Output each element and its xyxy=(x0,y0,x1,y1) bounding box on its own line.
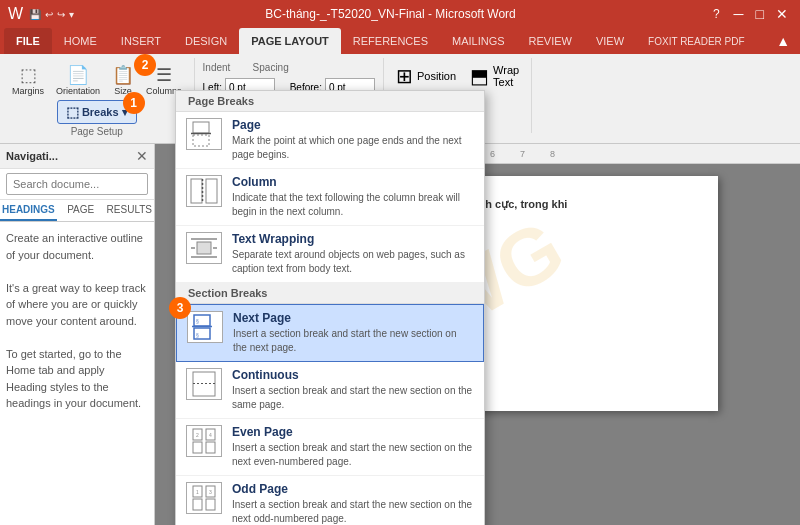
tab-page-layout[interactable]: PAGE LAYOUT xyxy=(239,28,341,54)
section-breaks-title: Section Breaks xyxy=(176,283,484,304)
svg-rect-3 xyxy=(191,179,202,203)
position-wrap-row: ⊞ Position ⬒ WrapText xyxy=(392,62,523,90)
nav-pane-close-button[interactable]: ✕ xyxy=(136,148,148,164)
svg-rect-16 xyxy=(193,372,215,396)
nav-tabs: HEADINGS PAGE RESULTS xyxy=(0,200,154,222)
step2-badge: 2 xyxy=(134,54,156,76)
step1-badge: 1 xyxy=(123,92,145,114)
break-continuous-item[interactable]: Continuous Insert a section break and st… xyxy=(176,362,484,419)
title-bar-left: W 💾 ↩ ↪ ▾ xyxy=(8,5,74,23)
columns-icon: ☰ xyxy=(156,64,172,86)
ribbon-collapse-btn[interactable]: ▲ xyxy=(770,33,796,49)
break-even-page-item[interactable]: 24 Even Page Insert a section break and … xyxy=(176,419,484,476)
undo-quick-btn[interactable]: ↩ xyxy=(45,9,53,20)
navigation-pane: Navigati... ✕ HEADINGS PAGE RESULTS Crea… xyxy=(0,144,155,525)
tab-insert[interactable]: INSERT xyxy=(109,28,173,54)
help-button[interactable]: ? xyxy=(707,7,726,21)
tab-view[interactable]: VIEW xyxy=(584,28,636,54)
margins-icon: ⬚ xyxy=(20,64,37,86)
break-text-wrap-icon xyxy=(186,232,222,264)
page-setup-label: Page Setup xyxy=(71,126,123,137)
save-quick-btn[interactable]: 💾 xyxy=(29,9,41,20)
nav-tab-pages[interactable]: PAGE xyxy=(57,200,105,221)
break-column-text: Column Indicate that the text following … xyxy=(232,175,474,219)
nav-search-container xyxy=(0,169,154,200)
window-controls: ? ─ □ ✕ xyxy=(707,6,792,22)
margins-label: Margins xyxy=(12,86,44,96)
break-odd-page-desc: Insert a section break and start the new… xyxy=(232,498,474,525)
nav-content-text2: It's a great way to keep track of where … xyxy=(6,280,148,330)
breaks-icon: ⬚ xyxy=(66,104,79,120)
svg-text:§: § xyxy=(196,318,199,324)
redo-quick-btn[interactable]: ↪ xyxy=(57,9,65,20)
break-odd-page-text: Odd Page Insert a section break and star… xyxy=(232,482,474,525)
tab-file[interactable]: FILE xyxy=(4,28,52,54)
svg-rect-6 xyxy=(197,242,211,254)
break-column-icon xyxy=(186,175,222,207)
document-title: BC-tháng-_-T52020_VN-Final - Microsoft W… xyxy=(74,7,707,21)
nav-pane-content: Create an interactive outline of your do… xyxy=(0,222,154,525)
tab-mailings[interactable]: MAILINGS xyxy=(440,28,517,54)
orientation-label: Orientation xyxy=(56,86,100,96)
word-logo-icon: W xyxy=(8,5,23,23)
tab-foxit[interactable]: FOXIT READER PDF xyxy=(636,28,757,54)
break-column-title: Column xyxy=(232,175,474,189)
break-next-page-item[interactable]: 3 §§ Next Page Insert a section break an… xyxy=(176,304,484,362)
break-next-page-desc: Insert a section break and start the new… xyxy=(233,327,473,355)
breaks-dropdown: Page Breaks Page Mark the point at which… xyxy=(175,90,485,525)
break-next-page-text: Next Page Insert a section break and sta… xyxy=(233,311,473,355)
break-page-title: Page xyxy=(232,118,474,132)
break-continuous-desc: Insert a section break and start the new… xyxy=(232,384,474,412)
indent-header: Indent Spacing xyxy=(203,58,289,75)
nav-tab-headings[interactable]: HEADINGS xyxy=(0,200,57,221)
svg-rect-26 xyxy=(193,499,202,510)
break-odd-page-icon: 13 xyxy=(186,482,222,514)
nav-pane-title: Navigati... xyxy=(6,150,58,162)
break-odd-page-item[interactable]: 13 Odd Page Insert a section break and s… xyxy=(176,476,484,525)
margins-button[interactable]: ⬚ Margins xyxy=(8,62,48,98)
nav-content-text: Create an interactive outline of your do… xyxy=(6,230,148,263)
svg-rect-1 xyxy=(193,135,209,146)
break-next-page-icon: §§ xyxy=(187,311,223,343)
break-column-item[interactable]: Column Indicate that the text following … xyxy=(176,169,484,226)
breaks-container: 1 ⬚ Breaks ▾ xyxy=(57,100,137,124)
break-text-wrap-desc: Separate text around objects on web page… xyxy=(232,248,474,276)
svg-rect-21 xyxy=(206,442,215,453)
position-label: Position xyxy=(417,70,456,82)
break-page-icon xyxy=(186,118,222,150)
svg-text:3: 3 xyxy=(209,489,212,495)
svg-rect-0 xyxy=(193,122,209,133)
tab-design[interactable]: DESIGN xyxy=(173,28,239,54)
orientation-icon: 📄 xyxy=(67,64,89,86)
quick-access-toolbar: 💾 ↩ ↪ ▾ xyxy=(29,9,74,20)
break-text-wrap-text: Text Wrapping Separate text around objec… xyxy=(232,232,474,276)
wrap-text-icon: ⬒ xyxy=(470,64,489,88)
break-even-page-text: Even Page Insert a section break and sta… xyxy=(232,425,474,469)
nav-pane-header: Navigati... ✕ xyxy=(0,144,154,169)
minimize-button[interactable]: ─ xyxy=(730,6,748,22)
breaks-label: Breaks ▾ xyxy=(82,106,128,119)
page-breaks-title: Page Breaks xyxy=(176,91,484,112)
customize-quick-btn[interactable]: ▾ xyxy=(69,9,74,20)
svg-text:§: § xyxy=(196,332,199,338)
wrap-text-button[interactable]: ⬒ WrapText xyxy=(466,62,523,90)
restore-button[interactable]: □ xyxy=(752,6,768,22)
position-button[interactable]: ⊞ Position xyxy=(392,62,460,90)
tab-review[interactable]: REVIEW xyxy=(517,28,584,54)
tab-references[interactable]: REFERENCES xyxy=(341,28,440,54)
orientation-button[interactable]: 📄 Orientation xyxy=(52,62,104,98)
nav-content-text3: To get started, go to the Home tab and a… xyxy=(6,346,148,412)
break-page-desc: Mark the point at which one page ends an… xyxy=(232,134,474,162)
break-page-item[interactable]: Page Mark the point at which one page en… xyxy=(176,112,484,169)
title-bar: W 💾 ↩ ↪ ▾ BC-tháng-_-T52020_VN-Final - M… xyxy=(0,0,800,28)
close-button[interactable]: ✕ xyxy=(772,6,792,22)
nav-search-input[interactable] xyxy=(6,173,148,195)
break-even-page-title: Even Page xyxy=(232,425,474,439)
ribbon-group-page-setup: ⬚ Margins 📄 Orientation 📋 Size 2 ☰ Colum… xyxy=(0,58,195,133)
break-text-wrap-title: Text Wrapping xyxy=(232,232,474,246)
svg-text:2: 2 xyxy=(196,432,199,438)
break-text-wrap-item[interactable]: Text Wrapping Separate text around objec… xyxy=(176,226,484,283)
tab-home[interactable]: HOME xyxy=(52,28,109,54)
nav-tab-results[interactable]: RESULTS xyxy=(105,200,154,221)
svg-rect-20 xyxy=(193,442,202,453)
